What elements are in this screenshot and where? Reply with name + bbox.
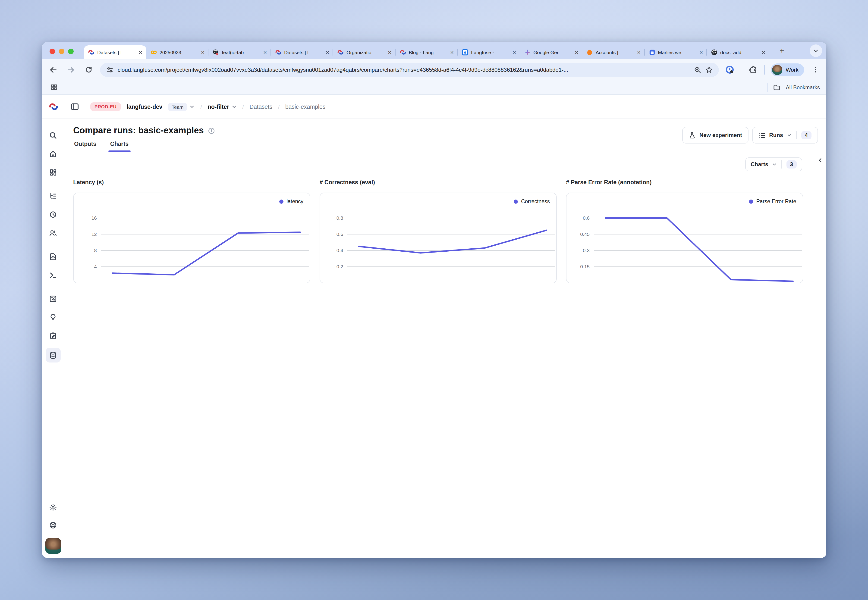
tracing-icon[interactable] bbox=[47, 189, 59, 202]
all-bookmarks[interactable]: All Bookmarks bbox=[767, 82, 820, 92]
tab-close-icon[interactable]: ✕ bbox=[263, 50, 267, 55]
title-row: Compare runs: basic-examples New experim… bbox=[64, 119, 826, 152]
settings-gear-icon[interactable] bbox=[47, 500, 59, 514]
browser-tab[interactable]: 6Langfuse -✕ bbox=[458, 45, 520, 59]
section-tabs: Outputs Charts bbox=[73, 141, 129, 152]
prompts-file-icon[interactable] bbox=[47, 250, 59, 263]
tab-close-icon[interactable]: ✕ bbox=[636, 50, 641, 55]
org-name[interactable]: langfuse-dev bbox=[127, 103, 162, 110]
y-axis-tick-label: 0.45 bbox=[580, 232, 590, 237]
search-icon[interactable] bbox=[47, 129, 59, 142]
playground-terminal-icon[interactable] bbox=[47, 268, 59, 282]
page-title: Compare runs: basic-examples bbox=[73, 126, 215, 136]
users-icon[interactable] bbox=[47, 226, 59, 239]
info-icon[interactable] bbox=[208, 127, 215, 134]
tab-close-icon[interactable]: ✕ bbox=[574, 50, 579, 55]
apps-grid-icon[interactable] bbox=[49, 82, 59, 92]
legend-dot-icon bbox=[279, 199, 283, 203]
runs-button[interactable]: Runs 4 bbox=[752, 127, 818, 144]
chart-section: Latency (s)161284latency bbox=[73, 179, 310, 283]
sidebar-toggle-icon[interactable] bbox=[70, 102, 79, 111]
cloud-favicon-icon bbox=[586, 49, 593, 56]
browser-tab[interactable]: Google Ger✕ bbox=[520, 45, 582, 59]
app-header: PROD-EU langfuse-dev Team / no-filter / … bbox=[42, 95, 826, 119]
flask-icon bbox=[689, 132, 696, 139]
runs-count-badge: 4 bbox=[801, 131, 812, 139]
browser-tab[interactable]: Marlies we✕ bbox=[645, 45, 707, 59]
address-bar[interactable]: cloud.langfuse.com/project/cmfwgv8fx002o… bbox=[100, 63, 719, 77]
new-experiment-label: New experiment bbox=[700, 132, 742, 138]
chart-title: # Parse Error Rate (annotation) bbox=[566, 179, 803, 188]
browser-tab[interactable]: docs: add✕ bbox=[707, 45, 769, 59]
extensions-puzzle-icon[interactable] bbox=[748, 65, 758, 75]
tab-close-icon[interactable]: ✕ bbox=[699, 50, 704, 55]
url-text[interactable]: cloud.langfuse.com/project/cmfwgv8fx002o… bbox=[118, 67, 690, 73]
back-button[interactable] bbox=[48, 65, 58, 75]
tab-close-icon[interactable]: ✕ bbox=[761, 50, 766, 55]
data-line bbox=[605, 218, 793, 281]
tab-close-icon[interactable]: ✕ bbox=[200, 50, 205, 55]
y-axis-tick-label: 0.6 bbox=[337, 232, 343, 237]
tab-close-icon[interactable]: ✕ bbox=[325, 50, 330, 55]
tab-outputs[interactable]: Outputs bbox=[73, 141, 97, 152]
browser-tab[interactable]: feat(io-tab✕ bbox=[208, 45, 271, 59]
page-title-text: Compare runs: basic-examples bbox=[73, 126, 204, 136]
zoom-page-icon[interactable] bbox=[694, 66, 701, 73]
breadcrumb-datasets[interactable]: Datasets bbox=[249, 103, 272, 110]
gemini-favicon-icon bbox=[524, 49, 531, 56]
data-line bbox=[112, 232, 300, 275]
tab-charts[interactable]: Charts bbox=[109, 141, 129, 152]
calendar-favicon-icon: 6 bbox=[462, 49, 468, 56]
tab-close-icon[interactable]: ✕ bbox=[449, 50, 454, 55]
collapse-panel-chevron-icon[interactable] bbox=[818, 158, 823, 558]
annotation-clipboard-icon[interactable] bbox=[47, 329, 59, 342]
y-axis-tick-label: 16 bbox=[91, 215, 97, 221]
new-experiment-button[interactable]: New experiment bbox=[682, 127, 748, 144]
chart-title: # Correctness (eval) bbox=[320, 179, 557, 188]
scores-percent-icon[interactable] bbox=[47, 292, 59, 305]
new-tab-button[interactable]: + bbox=[777, 46, 787, 56]
charts-filter-button[interactable]: Charts 3 bbox=[745, 158, 802, 171]
minimize-window-button[interactable] bbox=[59, 48, 64, 54]
tab-close-icon[interactable]: ✕ bbox=[387, 50, 392, 55]
tab-close-icon[interactable]: ✕ bbox=[512, 50, 517, 55]
site-settings-icon[interactable] bbox=[106, 66, 114, 73]
project-name[interactable]: no-filter bbox=[208, 103, 229, 110]
runs-chevron-down-icon bbox=[787, 133, 791, 138]
browser-tab[interactable]: Accounts |✕ bbox=[582, 45, 645, 59]
password-manager-icon[interactable] bbox=[724, 65, 734, 75]
browser-tab[interactable]: Blog - Lang✕ bbox=[395, 45, 458, 59]
breadcrumb-dataset-name[interactable]: basic-examples bbox=[285, 103, 326, 110]
tab-title: Datasets | l bbox=[284, 50, 322, 55]
evaluators-lightbulb-icon[interactable] bbox=[47, 311, 59, 324]
tab-title: Datasets | l bbox=[97, 50, 135, 55]
profile-button[interactable]: Work bbox=[771, 63, 804, 76]
close-window-button[interactable] bbox=[50, 48, 55, 54]
bookmarks-bar: All Bookmarks bbox=[42, 80, 826, 95]
forward-button[interactable] bbox=[66, 65, 76, 75]
browser-tab[interactable]: Organizatio✕ bbox=[333, 45, 395, 59]
browser-tab[interactable]: Datasets | l✕ bbox=[271, 45, 333, 59]
langfuse-logo-icon[interactable] bbox=[49, 102, 58, 112]
maximize-window-button[interactable] bbox=[68, 48, 74, 54]
reload-button[interactable] bbox=[83, 65, 94, 75]
user-avatar[interactable] bbox=[45, 538, 61, 554]
dashboard-icon[interactable] bbox=[47, 166, 59, 179]
tab-search-chevron-icon[interactable] bbox=[810, 44, 822, 57]
home-icon[interactable] bbox=[47, 147, 59, 160]
project-chevron-down-icon[interactable] bbox=[231, 104, 237, 109]
browser-tab[interactable]: 20250923✕ bbox=[146, 45, 208, 59]
window-controls[interactable] bbox=[50, 48, 74, 54]
org-chevron-down-icon[interactable] bbox=[190, 104, 195, 109]
datasets-active-item[interactable] bbox=[46, 348, 61, 362]
tab-close-icon[interactable]: ✕ bbox=[138, 50, 143, 55]
y-axis-tick-label: 0.4 bbox=[337, 248, 343, 253]
sessions-clock-icon[interactable] bbox=[47, 208, 59, 221]
browser-tab[interactable]: Datasets | l✕ bbox=[84, 45, 146, 59]
tab-title: 20250923 bbox=[159, 50, 197, 55]
bookmark-star-icon[interactable] bbox=[706, 66, 713, 73]
y-axis-tick-label: 0.2 bbox=[337, 264, 343, 269]
legend-label: Parse Error Rate bbox=[756, 198, 796, 204]
support-lifebuoy-icon[interactable] bbox=[47, 518, 59, 532]
browser-menu-kebab-icon[interactable] bbox=[810, 65, 820, 75]
